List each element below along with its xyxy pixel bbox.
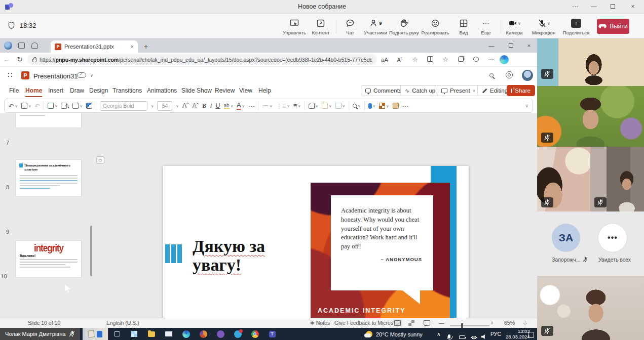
action-center-icon[interactable] bbox=[528, 331, 534, 340]
office-app-icon[interactable] bbox=[199, 329, 208, 338]
normal-view-button[interactable] bbox=[394, 320, 401, 327]
comments-button[interactable]: Comments bbox=[361, 85, 406, 96]
tab-slideshow[interactable]: Slide Show bbox=[181, 87, 212, 94]
bold-button[interactable]: B bbox=[202, 102, 206, 110]
layout-button[interactable]: ∨ bbox=[72, 103, 83, 109]
browser-minimize-button[interactable]: — bbox=[482, 39, 501, 52]
favorites-bar-icon[interactable]: ☆ bbox=[438, 56, 453, 63]
telegram-icon[interactable] bbox=[233, 329, 242, 338]
font-name-select[interactable]: Georgia Bold bbox=[100, 101, 147, 111]
text-size-icon[interactable]: аА bbox=[377, 57, 392, 63]
manage-control[interactable]: Управлять bbox=[280, 18, 309, 35]
new-slide-button[interactable]: ∨ bbox=[48, 103, 58, 109]
notes-toggle[interactable]: ≑ Notes bbox=[310, 320, 330, 326]
collapse-ribbon-chevron[interactable]: ∨ bbox=[525, 103, 528, 108]
notes-pane-button[interactable] bbox=[393, 103, 399, 109]
tab-home[interactable]: Home bbox=[25, 87, 42, 97]
browser-profile-avatar[interactable] bbox=[4, 41, 12, 50]
tab-insert[interactable]: Insert bbox=[48, 87, 63, 94]
shrink-font-button[interactable]: Aˇ bbox=[192, 102, 199, 109]
underline-button[interactable]: U bbox=[215, 102, 220, 109]
shapes-button[interactable]: ∨ bbox=[309, 103, 319, 109]
italic-button[interactable]: I bbox=[210, 102, 212, 110]
browser-restore-button[interactable] bbox=[502, 39, 520, 52]
designer-button[interactable] bbox=[86, 103, 92, 109]
titlebar-more-button[interactable]: ⋯ bbox=[566, 0, 584, 13]
browser-essentials-icon[interactable] bbox=[468, 57, 483, 63]
highlight-button[interactable]: ab∨ bbox=[224, 103, 234, 109]
tab-file[interactable]: File bbox=[9, 87, 19, 94]
tray-expand-icon[interactable]: ∧ bbox=[437, 331, 441, 337]
slide-title[interactable]: Дякую за увагу! bbox=[193, 237, 309, 275]
back-icon[interactable]: ← bbox=[0, 56, 13, 63]
reuse-slides-button[interactable] bbox=[61, 103, 69, 109]
participant-video[interactable] bbox=[590, 147, 644, 211]
slideshow-view-button[interactable] bbox=[424, 320, 430, 327]
desktop-shortcut-icon[interactable] bbox=[97, 331, 102, 337]
align-button[interactable]: ≡∨ bbox=[293, 102, 301, 109]
quote-image[interactable]: Academic integrity is about honesty. Why… bbox=[311, 183, 450, 318]
tab-view[interactable]: View bbox=[239, 87, 252, 94]
fit-slide-button[interactable]: ⊹ bbox=[523, 320, 527, 326]
refresh-icon[interactable]: ↻ bbox=[13, 56, 26, 63]
tab-close-icon[interactable]: × bbox=[131, 44, 134, 50]
paste-button[interactable]: ∨ bbox=[21, 103, 31, 109]
more-control[interactable]: ⋯ Еще bbox=[471, 18, 501, 35]
find-button[interactable]: ∨ bbox=[353, 104, 361, 108]
copilot-icon[interactable] bbox=[500, 55, 509, 64]
designer-pane-button[interactable]: ∨ bbox=[379, 103, 389, 109]
tab-animations[interactable]: Animations bbox=[147, 87, 177, 94]
minimize-button[interactable]: — bbox=[585, 0, 602, 13]
font-color-button[interactable]: A∨ bbox=[237, 102, 245, 110]
weather-widget[interactable]: 20°C Mostly sunny bbox=[366, 330, 423, 339]
search-icon[interactable] bbox=[489, 71, 494, 79]
font-more-button[interactable]: ⋯ bbox=[248, 102, 255, 110]
teams-taskbar-icon[interactable]: T bbox=[268, 329, 277, 338]
edge-browser-icon[interactable] bbox=[181, 329, 191, 338]
account-avatar[interactable] bbox=[522, 70, 533, 81]
share-screen-control[interactable]: ↑ Поделиться bbox=[560, 18, 592, 35]
thumbnail-scrollbar[interactable] bbox=[90, 226, 92, 276]
title-chevron[interactable]: ∨ bbox=[90, 73, 93, 78]
slide-options-button[interactable]: ▭ bbox=[96, 156, 104, 164]
close-button[interactable]: × bbox=[624, 0, 641, 13]
read-aloud-icon[interactable]: Aˇ bbox=[392, 57, 407, 63]
undo-button[interactable]: ↶∨ bbox=[9, 102, 18, 110]
collections-icon[interactable] bbox=[453, 57, 468, 63]
tab-transitions[interactable]: Transitions bbox=[112, 87, 142, 94]
slide-thumbnail-7[interactable]: Попередження академічного плагіату bbox=[16, 160, 81, 196]
raise-hand-control[interactable]: Поднять руку bbox=[389, 18, 419, 35]
participant-video[interactable] bbox=[537, 276, 644, 340]
participant-video[interactable] bbox=[537, 86, 644, 147]
participants-control[interactable]: 9 Участники bbox=[361, 18, 390, 35]
chrome-icon[interactable] bbox=[250, 329, 259, 338]
catchup-button[interactable]: ∿ Catch up bbox=[400, 85, 440, 96]
workspaces-icon[interactable] bbox=[18, 42, 25, 49]
settings-gear-icon[interactable] bbox=[506, 71, 513, 80]
zoom-in-button[interactable]: + bbox=[490, 320, 494, 326]
start-button[interactable] bbox=[130, 329, 139, 338]
zoom-level[interactable]: 65% bbox=[504, 320, 515, 326]
file-explorer-icon[interactable] bbox=[147, 329, 156, 338]
url-field[interactable]: https://pnpu-my.sharepoint.com/personal/… bbox=[27, 54, 377, 65]
numbering-button[interactable]: ⋮≡∨ bbox=[276, 102, 289, 110]
viber-icon[interactable] bbox=[216, 329, 225, 338]
dictate-button[interactable]: ∨ bbox=[368, 103, 376, 109]
participant-video[interactable] bbox=[537, 147, 590, 211]
mail-app-icon[interactable] bbox=[164, 329, 173, 338]
mic-control[interactable]: ∨ Микрофон bbox=[530, 18, 557, 35]
share-button[interactable]: Share bbox=[507, 85, 535, 96]
slide-canvas[interactable]: Academic integrity is about honesty. Why… bbox=[163, 166, 469, 318]
camera-chevron[interactable]: ∨ bbox=[518, 21, 521, 26]
leave-button[interactable]: Выйти bbox=[597, 19, 629, 34]
shape-fill-button[interactable]: ∨ bbox=[322, 103, 332, 109]
feedback-link[interactable]: Give Feedback to Microsoft bbox=[334, 320, 399, 326]
tray-volume-icon[interactable] bbox=[481, 332, 486, 340]
tab-help[interactable]: Help bbox=[258, 87, 271, 94]
clock[interactable]: 13:03 28.03.2024 bbox=[506, 329, 530, 340]
tab-draw[interactable]: Draw bbox=[70, 87, 84, 94]
shape-outline-button[interactable]: ∨ bbox=[335, 103, 346, 109]
present-button[interactable]: Present ∨ bbox=[437, 85, 480, 96]
slide-thumbnail-8[interactable]: integrity Важливо! bbox=[16, 241, 81, 277]
participant-avatar-tile[interactable]: ЗА Запорожч... bbox=[552, 224, 588, 263]
